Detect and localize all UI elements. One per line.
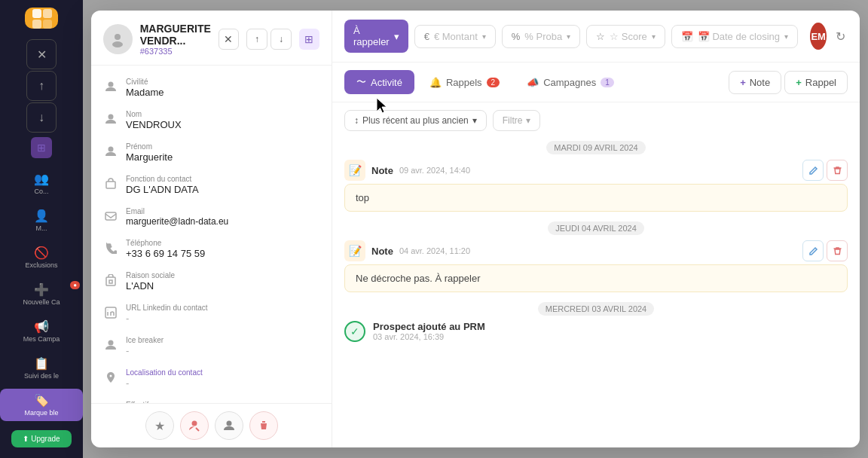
sidebar-item-campagnes[interactable]: 📢 Mes Campa — [0, 315, 83, 347]
sidebar-item-suivi[interactable]: 📋 Suivi des le — [0, 352, 83, 384]
note-edit-button-2[interactable] — [802, 240, 824, 261]
localisation-icon — [103, 370, 118, 385]
rappels-badge: 2 — [487, 78, 500, 87]
svg-rect-12 — [109, 280, 112, 283]
note-title-2: Note — [371, 246, 393, 257]
note-delete-button-2[interactable] — [827, 240, 848, 261]
tabs-row: 〜 Activité 🔔 Rappels 2 📣 Campagnes 1 — [332, 63, 860, 102]
sidebar-item-nouvelle[interactable]: ➕ Nouvelle Ca ● — [0, 278, 83, 310]
sort-button[interactable]: ↕ Plus récent au plus ancien ▾ — [344, 110, 487, 131]
svg-rect-2 — [32, 20, 41, 29]
field-localisation: Localisation du contact - — [91, 362, 332, 395]
sidebar-item-marque[interactable]: 🏷️ Marque ble — [0, 389, 83, 421]
nav-up-button[interactable]: ↑ — [246, 29, 267, 50]
civilite-icon — [103, 79, 118, 94]
filter-bar: ↕ Plus récent au plus ancien ▾ Filtre ▾ — [344, 110, 848, 131]
note-card-2: 📝 Note 04 avr. 2024, 11:20 — [344, 240, 848, 292]
raison-label: Raison sociale — [126, 271, 319, 279]
chevron-down-icon: ▾ — [472, 115, 477, 126]
suivi-icon: 📋 — [34, 356, 49, 371]
localisation-content: Localisation du contact - — [126, 368, 319, 389]
svg-rect-11 — [106, 277, 115, 285]
tab-campagnes[interactable]: 📣 Campagnes 1 — [515, 72, 626, 93]
field-effectif: Effectif 51-200 — [91, 395, 332, 403]
note-delete-button-1[interactable] — [827, 160, 848, 181]
chevron-down-icon: ▾ — [652, 32, 656, 41]
note-time-1: 09 avr. 2024, 14:40 — [399, 166, 470, 175]
sidebar-up-btn[interactable]: ↑ — [26, 71, 57, 101]
sidebar-down-btn[interactable]: ↓ — [26, 102, 57, 133]
note-actions-1 — [802, 160, 848, 181]
telephone-icon — [103, 240, 118, 255]
contacts-icon: 👥 — [34, 172, 49, 186]
tab-rappels[interactable]: 🔔 Rappels 2 — [417, 72, 512, 93]
proba-field[interactable]: % % Proba ▾ — [502, 25, 580, 48]
exclusions-icon: 🚫 — [34, 246, 49, 260]
civilite-label: Civilité — [126, 78, 319, 86]
upgrade-button[interactable]: ⬆ Upgrade — [11, 430, 72, 447]
contact-name: MARGUERITE VENDR... — [140, 23, 211, 47]
contact-fields: Civilité Madame Nom — [91, 66, 332, 403]
footer-star-button[interactable]: ★ — [145, 411, 174, 440]
sidebar-item-label: Marque ble — [24, 409, 58, 417]
nav-down-button[interactable]: ↓ — [270, 29, 292, 50]
sidebar-item-label: M... — [36, 224, 47, 232]
svg-rect-10 — [105, 212, 116, 220]
closing-placeholder: 📅 Date de closing — [698, 31, 780, 42]
contact-id: #637335 — [140, 47, 211, 56]
contact-header: MARGUERITE VENDR... #637335 ✕ ↑ ↓ ⊞ — [91, 11, 332, 66]
sidebar-item-exclusions[interactable]: 🚫 Exclusions — [0, 241, 83, 273]
chevron-down-icon: ▾ — [394, 31, 399, 42]
add-note-button[interactable]: + Note — [729, 71, 781, 94]
sidebar-close-btn[interactable]: ✕ — [26, 39, 57, 69]
sidebar-item-label: Exclusions — [25, 261, 57, 269]
sidebar-item-contacts[interactable]: 👥 Co... — [0, 167, 83, 200]
field-prenom: Prénom Marguerite — [91, 136, 332, 169]
svg-point-5 — [112, 41, 123, 47]
filter-button[interactable]: Filtre ▾ — [493, 110, 541, 131]
sidebar-item-profile[interactable]: 👤 M... — [0, 204, 83, 237]
telephone-value: +33 6 69 14 75 59 — [126, 248, 319, 259]
field-fonction: Fonction du contact DG L'ADN DATA — [91, 169, 332, 201]
note-edit-button-1[interactable] — [802, 160, 824, 181]
refresh-button[interactable]: ↻ — [833, 24, 848, 48]
svg-point-14 — [108, 340, 114, 346]
footer-delete-button[interactable] — [249, 411, 278, 440]
svg-rect-9 — [106, 182, 115, 188]
field-linkedin: URL Linkedin du contact - — [91, 298, 332, 330]
svg-point-7 — [108, 114, 114, 120]
close-button[interactable]: ✕ — [219, 29, 239, 50]
field-email: Email marguerite@ladn-data.eu — [91, 201, 332, 233]
telephone-content: Téléphone +33 6 69 14 75 59 — [126, 239, 319, 259]
rappel-label: Rappel — [805, 77, 836, 88]
svg-point-6 — [108, 82, 114, 87]
contact-avatar — [103, 24, 133, 54]
closing-field[interactable]: 📅 📅 Date de closing ▾ — [671, 25, 798, 48]
assignee-avatar[interactable]: EM — [810, 23, 827, 50]
svg-point-15 — [110, 375, 112, 377]
footer-remove-button[interactable] — [180, 411, 209, 440]
contact-view-button[interactable]: ⊞ — [299, 29, 319, 50]
tab-activite[interactable]: 〜 Activité — [344, 70, 414, 94]
score-field[interactable]: ☆ ☆ Score ▾ — [586, 25, 665, 48]
status-select[interactable]: À rappeler ▾ — [344, 20, 408, 53]
rappels-label: Rappels — [446, 77, 482, 88]
fonction-value: DG L'ADN DATA — [126, 184, 319, 195]
email-content: Email marguerite@ladn-data.eu — [126, 207, 319, 227]
add-rappel-button[interactable]: + Rappel — [784, 71, 848, 94]
sidebar-view-btn[interactable]: ⊞ — [31, 137, 52, 158]
localisation-value: - — [126, 377, 319, 389]
status-label: À rappeler — [353, 25, 390, 47]
footer-person-button[interactable] — [215, 411, 243, 440]
app-logo[interactable] — [25, 8, 58, 29]
field-raison: Raison sociale L'ADN — [91, 265, 332, 298]
svg-rect-3 — [43, 20, 52, 29]
montant-field[interactable]: € € Montant ▾ — [414, 25, 496, 48]
field-nom: Nom VENDROUX — [91, 104, 332, 136]
prospect-time: 03 avr. 2024, 16:39 — [373, 332, 485, 341]
fonction-label: Fonction du contact — [126, 175, 319, 183]
icebreaker-value: - — [126, 345, 319, 356]
svg-point-18 — [191, 421, 197, 426]
prenom-icon — [103, 144, 118, 159]
note-header-2: 📝 Note 04 avr. 2024, 11:20 — [344, 240, 848, 261]
